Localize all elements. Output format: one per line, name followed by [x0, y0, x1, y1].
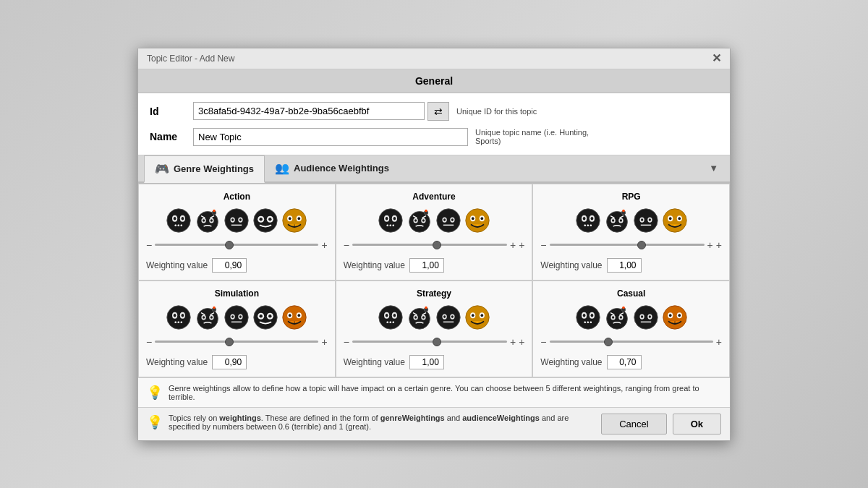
- svg-point-62: [576, 208, 599, 231]
- slider-plus-strategy: +: [510, 336, 516, 348]
- face-crazy-action: [252, 207, 278, 234]
- weighting-input-adventure[interactable]: [409, 258, 444, 273]
- face-bomb-strategy: [407, 304, 433, 330]
- slider-minus-action: −: [146, 239, 152, 251]
- shuffle-button[interactable]: ⇄: [427, 102, 449, 121]
- slider-plus-casual: +: [716, 336, 722, 348]
- svg-rect-157: [584, 321, 585, 323]
- svg-point-60: [472, 217, 475, 220]
- svg-point-61: [480, 217, 483, 220]
- face-happy-adv2: [464, 207, 490, 234]
- svg-rect-129: [387, 321, 388, 323]
- genre-card-adventure: Adventure: [336, 184, 533, 281]
- svg-point-0: [167, 208, 190, 231]
- weighting-input-action[interactable]: [212, 258, 247, 273]
- svg-point-4: [182, 217, 184, 221]
- svg-point-90: [167, 305, 190, 328]
- svg-point-17: [225, 208, 248, 231]
- info-icon-footer: 💡: [147, 414, 163, 430]
- topic-editor-dialog: Topic Editor - Add New ✕ General Id ⇄ Un…: [137, 48, 731, 441]
- genre-title-rpg: RPG: [622, 192, 641, 202]
- svg-point-124: [379, 305, 402, 328]
- svg-point-178: [669, 314, 672, 317]
- slider-row-rpg: − + +: [540, 239, 722, 251]
- slider-row-adventure: − + +: [344, 239, 525, 251]
- close-button[interactable]: ✕: [712, 53, 721, 64]
- face-normal-action: [224, 207, 250, 234]
- slider-rpg[interactable]: [550, 244, 705, 246]
- svg-point-166: [619, 316, 621, 319]
- slider-casual[interactable]: [550, 341, 713, 343]
- tabs-bar: 🎮 Genre Weightings 👥 Audience Weightings…: [138, 155, 730, 183]
- weighting-label-action: Weighting value: [146, 260, 208, 270]
- svg-point-117: [268, 314, 272, 317]
- svg-point-55: [451, 218, 454, 221]
- ok-button[interactable]: Ok: [673, 414, 721, 435]
- slider-simulation[interactable]: [155, 341, 318, 343]
- face-skull-sim: [166, 304, 192, 330]
- emoji-row-action: [166, 207, 307, 234]
- face-bomb-sim: [195, 304, 221, 330]
- weighting-input-strategy[interactable]: [409, 355, 444, 369]
- slider-minus-simulation: −: [146, 336, 152, 348]
- face-happy-strategy: [464, 304, 490, 330]
- title-bar: Topic Editor - Add New ✕: [138, 48, 730, 69]
- svg-point-47: [414, 219, 417, 222]
- weighting-input-simulation[interactable]: [212, 355, 247, 369]
- svg-point-82: [641, 218, 643, 221]
- slider-plus-action: +: [321, 239, 327, 251]
- svg-point-51: [437, 208, 460, 231]
- slider-plus-adventure: +: [510, 239, 516, 251]
- face-skull-strategy: [378, 304, 404, 330]
- genre-tab-label: Genre Weightings: [174, 163, 254, 174]
- genre-card-simulation: Simulation: [138, 281, 336, 377]
- slider-plus2-adventure: +: [519, 239, 524, 251]
- svg-point-28: [283, 208, 306, 231]
- svg-point-20: [231, 218, 234, 221]
- svg-point-3: [174, 217, 176, 221]
- svg-rect-67: [584, 224, 585, 226]
- svg-point-116: [260, 314, 263, 317]
- svg-point-150: [472, 314, 475, 317]
- face-normal-sim: [224, 304, 250, 330]
- svg-point-34: [379, 208, 402, 231]
- svg-point-27: [268, 217, 272, 221]
- name-input[interactable]: [193, 128, 468, 146]
- tab-genre-weightings[interactable]: 🎮 Genre Weightings: [144, 155, 265, 183]
- svg-point-110: [231, 315, 234, 318]
- face-bomb-action: [195, 207, 221, 234]
- weighting-input-rpg[interactable]: [607, 258, 642, 273]
- weighting-label-strategy: Weighting value: [344, 357, 405, 367]
- slider-action[interactable]: [155, 244, 318, 246]
- svg-point-79: [634, 208, 657, 231]
- tab-audience-weightings[interactable]: 👥 Audience Weightings: [265, 155, 399, 181]
- footer-bar: 💡 Topics rely on weightings. These are d…: [138, 407, 730, 440]
- svg-point-104: [210, 316, 213, 319]
- svg-point-151: [480, 314, 483, 317]
- svg-point-103: [203, 316, 205, 319]
- weighting-label-adventure: Weighting value: [344, 260, 405, 270]
- genre-card-casual: Casual: [532, 281, 730, 377]
- svg-point-156: [590, 314, 593, 317]
- svg-point-75: [612, 219, 614, 222]
- svg-point-21: [239, 218, 242, 221]
- emoji-row-rpg: [575, 207, 688, 234]
- slider-row-casual: − +: [540, 336, 722, 348]
- cancel-button[interactable]: Cancel: [601, 414, 666, 435]
- slider-strategy[interactable]: [352, 341, 507, 343]
- svg-point-137: [414, 316, 417, 319]
- slider-adventure[interactable]: [352, 244, 507, 246]
- weighting-input-casual[interactable]: [607, 355, 642, 369]
- svg-rect-96: [178, 321, 179, 323]
- genre-info-bar: 💡 Genre weightings allow to define how a…: [138, 377, 730, 407]
- face-normal-rpg: [633, 207, 659, 234]
- genre-title-strategy: Strategy: [417, 288, 451, 299]
- slider-plus2-rpg: +: [716, 239, 722, 251]
- face-normal-casual: [633, 304, 659, 330]
- svg-point-152: [576, 305, 599, 328]
- genre-title-casual: Casual: [617, 288, 645, 299]
- genre-title-action: Action: [224, 192, 250, 202]
- face-happy-rpg: [662, 207, 688, 234]
- id-input[interactable]: [193, 102, 425, 120]
- emoji-row-adventure: [378, 207, 490, 234]
